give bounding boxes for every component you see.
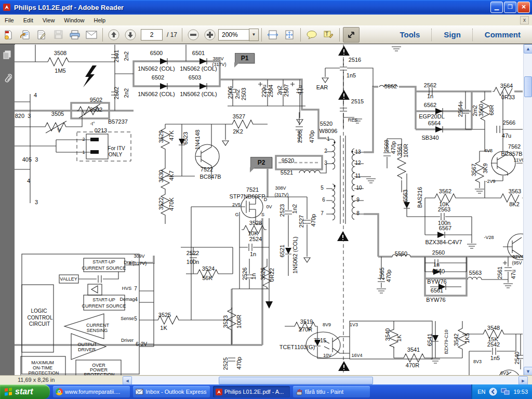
- schematic-label: 1N5062 (COL): [138, 66, 175, 72]
- schematic-label: 2K2: [233, 129, 243, 135]
- text-highlight-button[interactable]: T: [321, 28, 336, 42]
- start-label: start: [15, 387, 33, 396]
- schematic-label: 3523: [223, 315, 229, 328]
- flag-p2: P2: [250, 157, 272, 168]
- horizontal-scroll-thumb[interactable]: [219, 377, 373, 384]
- schematic-label: 2m2: [472, 105, 478, 116]
- schematic-label: 2504: [268, 85, 274, 97]
- menu-window[interactable]: Window: [59, 16, 89, 25]
- zoom-in-button[interactable]: [202, 28, 218, 42]
- fit-width-button[interactable]: [265, 28, 281, 42]
- vertical-scroll-thumb[interactable]: [524, 76, 532, 97]
- schematic-label: 3560: [478, 104, 484, 116]
- schematic-label: 3526: [260, 268, 266, 280]
- schematic-label: 7562: [508, 144, 521, 150]
- fit-page-button[interactable]: [282, 28, 297, 42]
- clock[interactable]: 19:53: [513, 389, 528, 395]
- window-title: Philips L01.2E.pdf - Adobe Reader: [14, 4, 490, 11]
- schematic-label: 3519: [300, 319, 313, 325]
- system-tray: EN 19:53: [471, 384, 532, 399]
- comment-bubble-button[interactable]: [304, 28, 320, 42]
- print-button[interactable]: [67, 28, 83, 42]
- minimize-button[interactable]: ▁: [490, 2, 503, 13]
- schematic-label: BC857B: [501, 151, 523, 157]
- attachments-paperclip-icon[interactable]: [2, 73, 12, 84]
- schematic-label: 7515: [314, 338, 326, 343]
- save-button[interactable]: [50, 28, 66, 42]
- create-pdf-button[interactable]: [1, 28, 16, 42]
- page-number-input[interactable]: 2: [141, 29, 163, 41]
- scroll-right-button[interactable]: ►: [518, 376, 528, 385]
- previous-page-button[interactable]: [106, 28, 122, 42]
- schematic-label: 2V: [141, 342, 147, 347]
- tools-panel-button[interactable]: Tools: [388, 30, 431, 39]
- adobe-reader-icon: [3, 3, 11, 11]
- schematic-label: 5: [134, 316, 137, 322]
- navigation-pane-strip: [0, 44, 15, 376]
- page-thumbnails-icon[interactable]: [2, 49, 12, 60]
- schematic-label: 2501: [114, 50, 119, 62]
- schematic-label: 10: [356, 185, 362, 191]
- schematic-label: 100R: [236, 315, 242, 328]
- schematic-label: 405 3: [22, 157, 38, 163]
- menu-edit[interactable]: Edit: [19, 16, 38, 25]
- language-indicator[interactable]: EN: [477, 389, 485, 395]
- schematic-label: 2V5: [232, 203, 241, 207]
- schematic-label: 2527: [299, 215, 304, 228]
- zoom-dropdown-button[interactable]: ▼: [249, 29, 259, 41]
- schematic-label: 100R: [403, 144, 409, 157]
- export-pdf-button[interactable]: [17, 28, 33, 42]
- close-button[interactable]: ✕: [517, 2, 530, 13]
- menu-file[interactable]: File: [0, 16, 19, 25]
- schematic-label: 6521: [280, 245, 285, 257]
- schematic-label: 100n: [187, 259, 199, 265]
- schematic-label: 1n: [433, 262, 440, 268]
- schematic-label: 47u: [511, 270, 516, 279]
- next-page-button[interactable]: [123, 28, 138, 42]
- schematic-label: 2506: [228, 86, 233, 99]
- schematic-label: 5560: [395, 251, 407, 257]
- network-icon[interactable]: [501, 388, 510, 395]
- schematic-label: 2n2: [124, 51, 129, 61]
- horizontal-scrollbar[interactable]: ◄ ►: [123, 376, 528, 384]
- zoom-level-input[interactable]: 200%: [218, 29, 249, 41]
- taskbar-item-browser[interactable]: www.forumreparatii....: [53, 386, 130, 397]
- schematic-label: 820 3: [15, 113, 31, 119]
- document-close-button[interactable]: x: [520, 16, 529, 24]
- comment-panel-button[interactable]: Comment: [473, 30, 532, 39]
- schematic-label: LOGIC: [31, 309, 47, 314]
- scroll-up-button[interactable]: ▲: [524, 44, 532, 54]
- schematic-label: 1K5: [464, 333, 470, 343]
- sign-panel-button[interactable]: Sign: [432, 30, 472, 39]
- schematic-label: 56K: [202, 275, 212, 281]
- vertical-scrollbar[interactable]: ▲ ▼: [523, 44, 532, 375]
- zoom-out-button[interactable]: [185, 28, 201, 42]
- taskbar-item-paint[interactable]: fără titlu - Paint: [293, 386, 370, 397]
- schematic-label: 47K: [169, 130, 175, 141]
- maximize-button[interactable]: ❐: [504, 2, 516, 13]
- schematic-label: 47u: [297, 85, 303, 95]
- menu-help[interactable]: Help: [89, 16, 110, 25]
- taskbar-item-adobe-reader[interactable]: Philips L01.2E.pdf - A...: [213, 386, 290, 397]
- schematic-label: 3540: [385, 328, 391, 341]
- email-button[interactable]: [84, 28, 99, 42]
- browser-icon: [56, 388, 63, 395]
- sign-document-button[interactable]: [34, 28, 49, 42]
- fullscreen-button[interactable]: [343, 27, 360, 43]
- schematic-label: 2502: [114, 87, 119, 99]
- schematic-label: 3542: [454, 334, 459, 346]
- title-bar: Philips L01.2E.pdf - Adobe Reader ▁ ❐ ✕: [0, 0, 532, 15]
- schematic-label: 1N5062 (COL): [180, 91, 217, 97]
- pdf-page-canvas[interactable]: 35081M525012n225022n24820 33505V95023502…: [15, 45, 524, 376]
- schematic-label: BYW76: [427, 279, 446, 285]
- start-button[interactable]: start: [0, 384, 50, 399]
- schematic-label: 8K2: [509, 202, 520, 207]
- hide-icons-chevron[interactable]: [489, 388, 497, 396]
- taskbar-item-outlook[interactable]: Inbox - Outlook Express: [133, 386, 210, 397]
- schematic-label: 1N4148: [195, 130, 201, 150]
- schematic-label: EGP20DL: [419, 114, 445, 119]
- schematic-label: 308V: [275, 186, 286, 191]
- scroll-left-button[interactable]: ◄: [123, 376, 132, 385]
- menu-view[interactable]: View: [38, 16, 60, 25]
- page-count-label: / 17: [167, 31, 177, 38]
